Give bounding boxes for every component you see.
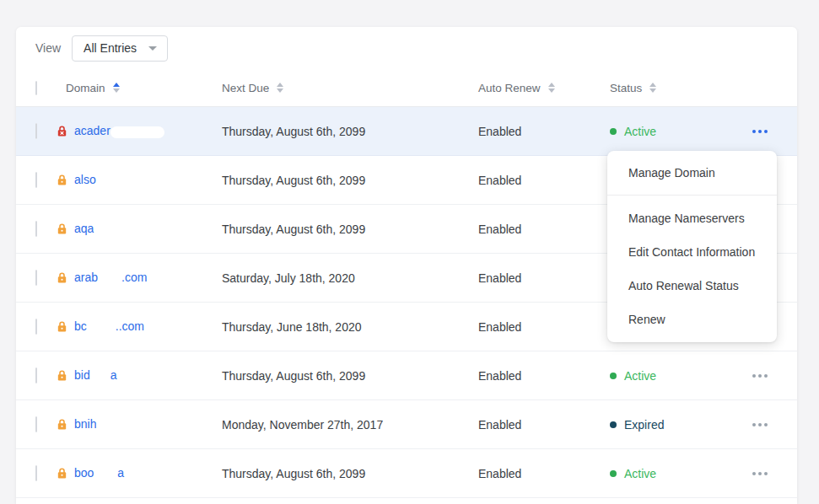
orange-lock-icon [56,467,68,480]
next-due-value: Monday, November 27th, 2017 [222,418,478,432]
next-due-value: Thursday, August 6th, 2099 [222,125,478,138]
auto-renew-value: Enabled [478,125,610,138]
domain-actions-menu: Manage Domain Manage Nameservers Edit Co… [607,151,777,342]
auto-renew-value: Enabled [478,174,610,187]
sort-icon [277,83,283,93]
status-dot-icon [610,421,617,428]
orange-lock-icon [56,174,68,186]
next-due-value: Thursday, August 6th, 2099 [222,223,478,236]
row-checkbox[interactable] [35,221,37,237]
status-dot-icon [610,128,617,135]
row-checkbox[interactable] [35,172,37,188]
view-filter-value: All Entries [84,41,137,55]
auto-renew-value: Enabled [478,223,610,236]
column-header-status[interactable]: Status [610,82,728,94]
orange-lock-icon [56,320,68,333]
red-lock-x-icon [56,125,68,137]
table-row: acaderThursday, August 6th, 2099EnabledA… [16,107,797,156]
row-actions-menu-button[interactable] [749,369,797,383]
row-checkbox[interactable] [35,319,37,335]
redacted-text [94,469,117,480]
column-header-auto-renew[interactable]: Auto Renew [478,82,610,94]
redacted-text [110,126,164,138]
chevron-down-icon [148,46,157,51]
table-row: bidaThursday, August 6th, 2099EnabledAct… [16,351,797,400]
menu-group: Manage Nameservers Edit Contact Informat… [607,201,777,342]
domain-link[interactable]: also [74,173,118,186]
row-actions-menu-button[interactable] [749,125,797,138]
domain-link[interactable]: aqa [74,222,116,235]
view-label: View [35,41,61,55]
view-filter-select[interactable]: All Entries [72,35,168,62]
domain-link[interactable]: booa [74,466,124,480]
orange-lock-icon [56,418,68,431]
orange-lock-icon [56,369,68,382]
menu-item-renew[interactable]: Renew [607,303,777,336]
auto-renew-value: Enabled [478,467,610,480]
row-checkbox[interactable] [35,270,37,286]
domain-link[interactable]: bida [74,368,116,382]
redacted-text [90,371,110,383]
redacted-text [94,224,116,236]
redacted-text [87,322,116,334]
view-toolbar: View All Entries [16,27,797,69]
redacted-text [98,273,121,285]
domain-link[interactable]: acader [74,124,164,137]
status-dot-icon [610,373,617,379]
next-due-value: Saturday, July 18th, 2020 [222,271,478,285]
table-header: Domain Next Due Auto Renew Status [16,69,797,107]
table-row: bnihMonday, November 27th, 2017EnabledEx… [16,400,797,449]
next-due-value: Thursday, June 18th, 2020 [222,320,478,334]
status-badge: Active [610,369,728,383]
auto-renew-value: Enabled [478,369,610,383]
column-header-next-due[interactable]: Next Due [222,82,478,94]
next-due-value: Thursday, August 6th, 2099 [222,174,478,187]
redacted-text [96,420,132,432]
status-badge: Expired [610,418,728,432]
row-checkbox[interactable] [35,123,37,139]
status-badge: Active [610,125,728,138]
domain-link[interactable]: bnih [74,417,132,431]
status-dot-icon [610,470,617,477]
row-checkbox[interactable] [35,367,37,383]
next-due-value: Thursday, August 6th, 2099 [222,369,478,383]
sort-icon [649,83,656,93]
orange-lock-icon [56,223,68,235]
status-badge: Active [610,467,728,480]
auto-renew-value: Enabled [478,418,610,432]
row-actions-menu-button[interactable] [749,467,797,480]
column-header-domain[interactable]: Domain [56,82,222,94]
table-row: booaThursday, August 6th, 2099EnabledAct… [16,449,797,498]
sort-icon [113,83,120,93]
select-all-checkbox[interactable] [35,81,37,95]
domain-link[interactable]: arab.com [74,271,147,284]
row-actions-menu-button[interactable] [749,418,797,432]
auto-renew-value: Enabled [478,320,610,334]
orange-lock-icon [56,271,68,284]
domain-link[interactable]: bc..com [74,319,144,333]
sort-icon [548,83,555,93]
auto-renew-value: Enabled [478,271,610,285]
menu-item-manage-nameservers[interactable]: Manage Nameservers [607,201,777,235]
menu-item-manage-domain[interactable]: Manage Domain [607,151,777,196]
menu-item-auto-renewal-status[interactable]: Auto Renewal Status [607,269,777,303]
row-checkbox[interactable] [35,465,37,481]
menu-item-edit-contact-information[interactable]: Edit Contact Information [607,235,777,269]
redacted-text [96,175,118,187]
next-due-value: Thursday, August 6th, 2099 [222,467,478,480]
row-checkbox[interactable] [35,416,37,432]
